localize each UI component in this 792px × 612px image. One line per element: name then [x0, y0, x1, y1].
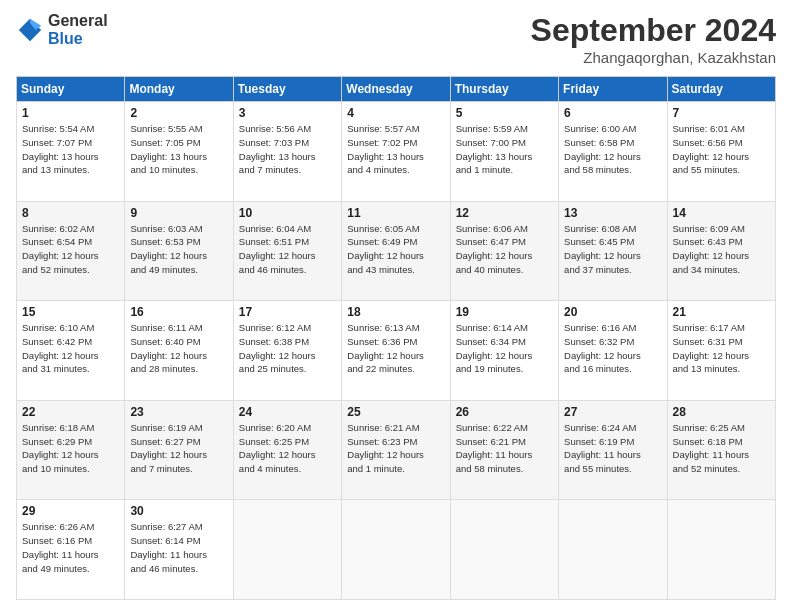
day-info: Sunrise: 6:13 AM Sunset: 6:36 PM Dayligh…	[347, 321, 444, 376]
day-number: 28	[673, 405, 770, 419]
day-info: Sunrise: 6:01 AM Sunset: 6:56 PM Dayligh…	[673, 122, 770, 177]
day-info: Sunrise: 6:20 AM Sunset: 6:25 PM Dayligh…	[239, 421, 336, 476]
day-cell	[559, 500, 667, 600]
day-cell: 22Sunrise: 6:18 AM Sunset: 6:29 PM Dayli…	[17, 400, 125, 500]
day-number: 22	[22, 405, 119, 419]
header: General Blue September 2024 Zhangaqorgha…	[16, 12, 776, 66]
day-cell	[667, 500, 775, 600]
day-number: 1	[22, 106, 119, 120]
day-number: 5	[456, 106, 553, 120]
day-info: Sunrise: 6:06 AM Sunset: 6:47 PM Dayligh…	[456, 222, 553, 277]
day-number: 18	[347, 305, 444, 319]
day-info: Sunrise: 5:55 AM Sunset: 7:05 PM Dayligh…	[130, 122, 227, 177]
day-info: Sunrise: 6:27 AM Sunset: 6:14 PM Dayligh…	[130, 520, 227, 575]
day-cell: 29Sunrise: 6:26 AM Sunset: 6:16 PM Dayli…	[17, 500, 125, 600]
day-info: Sunrise: 6:21 AM Sunset: 6:23 PM Dayligh…	[347, 421, 444, 476]
day-number: 26	[456, 405, 553, 419]
day-info: Sunrise: 6:10 AM Sunset: 6:42 PM Dayligh…	[22, 321, 119, 376]
day-number: 2	[130, 106, 227, 120]
day-number: 14	[673, 206, 770, 220]
day-number: 3	[239, 106, 336, 120]
location: Zhangaqorghan, Kazakhstan	[531, 49, 776, 66]
day-number: 24	[239, 405, 336, 419]
col-header-thursday: Thursday	[450, 77, 558, 102]
day-cell: 23Sunrise: 6:19 AM Sunset: 6:27 PM Dayli…	[125, 400, 233, 500]
day-info: Sunrise: 6:16 AM Sunset: 6:32 PM Dayligh…	[564, 321, 661, 376]
day-cell: 8Sunrise: 6:02 AM Sunset: 6:54 PM Daylig…	[17, 201, 125, 301]
title-area: September 2024 Zhangaqorghan, Kazakhstan	[531, 12, 776, 66]
month-title: September 2024	[531, 12, 776, 49]
day-number: 12	[456, 206, 553, 220]
week-row-2: 15Sunrise: 6:10 AM Sunset: 6:42 PM Dayli…	[17, 301, 776, 401]
day-number: 16	[130, 305, 227, 319]
day-number: 6	[564, 106, 661, 120]
day-number: 7	[673, 106, 770, 120]
day-number: 27	[564, 405, 661, 419]
day-cell: 9Sunrise: 6:03 AM Sunset: 6:53 PM Daylig…	[125, 201, 233, 301]
day-number: 15	[22, 305, 119, 319]
day-number: 17	[239, 305, 336, 319]
day-info: Sunrise: 6:02 AM Sunset: 6:54 PM Dayligh…	[22, 222, 119, 277]
day-cell: 10Sunrise: 6:04 AM Sunset: 6:51 PM Dayli…	[233, 201, 341, 301]
day-number: 10	[239, 206, 336, 220]
day-info: Sunrise: 6:05 AM Sunset: 6:49 PM Dayligh…	[347, 222, 444, 277]
day-info: Sunrise: 6:14 AM Sunset: 6:34 PM Dayligh…	[456, 321, 553, 376]
header-row: SundayMondayTuesdayWednesdayThursdayFrid…	[17, 77, 776, 102]
week-row-0: 1Sunrise: 5:54 AM Sunset: 7:07 PM Daylig…	[17, 102, 776, 202]
day-number: 4	[347, 106, 444, 120]
day-cell: 15Sunrise: 6:10 AM Sunset: 6:42 PM Dayli…	[17, 301, 125, 401]
day-cell: 12Sunrise: 6:06 AM Sunset: 6:47 PM Dayli…	[450, 201, 558, 301]
day-number: 9	[130, 206, 227, 220]
day-info: Sunrise: 6:22 AM Sunset: 6:21 PM Dayligh…	[456, 421, 553, 476]
day-number: 25	[347, 405, 444, 419]
day-cell	[233, 500, 341, 600]
day-info: Sunrise: 6:09 AM Sunset: 6:43 PM Dayligh…	[673, 222, 770, 277]
day-cell: 7Sunrise: 6:01 AM Sunset: 6:56 PM Daylig…	[667, 102, 775, 202]
day-cell: 5Sunrise: 5:59 AM Sunset: 7:00 PM Daylig…	[450, 102, 558, 202]
day-cell: 3Sunrise: 5:56 AM Sunset: 7:03 PM Daylig…	[233, 102, 341, 202]
day-cell	[450, 500, 558, 600]
day-number: 30	[130, 504, 227, 518]
week-row-4: 29Sunrise: 6:26 AM Sunset: 6:16 PM Dayli…	[17, 500, 776, 600]
day-cell: 6Sunrise: 6:00 AM Sunset: 6:58 PM Daylig…	[559, 102, 667, 202]
day-cell: 17Sunrise: 6:12 AM Sunset: 6:38 PM Dayli…	[233, 301, 341, 401]
col-header-tuesday: Tuesday	[233, 77, 341, 102]
day-cell: 30Sunrise: 6:27 AM Sunset: 6:14 PM Dayli…	[125, 500, 233, 600]
day-number: 29	[22, 504, 119, 518]
col-header-sunday: Sunday	[17, 77, 125, 102]
day-cell: 4Sunrise: 5:57 AM Sunset: 7:02 PM Daylig…	[342, 102, 450, 202]
day-info: Sunrise: 6:04 AM Sunset: 6:51 PM Dayligh…	[239, 222, 336, 277]
logo-icon	[16, 16, 44, 44]
week-row-3: 22Sunrise: 6:18 AM Sunset: 6:29 PM Dayli…	[17, 400, 776, 500]
col-header-friday: Friday	[559, 77, 667, 102]
day-number: 13	[564, 206, 661, 220]
col-header-monday: Monday	[125, 77, 233, 102]
day-cell: 11Sunrise: 6:05 AM Sunset: 6:49 PM Dayli…	[342, 201, 450, 301]
logo-text: General Blue	[48, 12, 108, 48]
day-info: Sunrise: 6:17 AM Sunset: 6:31 PM Dayligh…	[673, 321, 770, 376]
day-cell: 26Sunrise: 6:22 AM Sunset: 6:21 PM Dayli…	[450, 400, 558, 500]
day-number: 8	[22, 206, 119, 220]
day-cell: 13Sunrise: 6:08 AM Sunset: 6:45 PM Dayli…	[559, 201, 667, 301]
day-cell: 1Sunrise: 5:54 AM Sunset: 7:07 PM Daylig…	[17, 102, 125, 202]
day-info: Sunrise: 6:18 AM Sunset: 6:29 PM Dayligh…	[22, 421, 119, 476]
day-info: Sunrise: 6:12 AM Sunset: 6:38 PM Dayligh…	[239, 321, 336, 376]
day-number: 19	[456, 305, 553, 319]
day-cell: 28Sunrise: 6:25 AM Sunset: 6:18 PM Dayli…	[667, 400, 775, 500]
day-info: Sunrise: 5:56 AM Sunset: 7:03 PM Dayligh…	[239, 122, 336, 177]
day-info: Sunrise: 6:25 AM Sunset: 6:18 PM Dayligh…	[673, 421, 770, 476]
day-cell: 21Sunrise: 6:17 AM Sunset: 6:31 PM Dayli…	[667, 301, 775, 401]
day-info: Sunrise: 6:00 AM Sunset: 6:58 PM Dayligh…	[564, 122, 661, 177]
day-info: Sunrise: 5:54 AM Sunset: 7:07 PM Dayligh…	[22, 122, 119, 177]
day-number: 23	[130, 405, 227, 419]
day-info: Sunrise: 5:59 AM Sunset: 7:00 PM Dayligh…	[456, 122, 553, 177]
day-cell: 27Sunrise: 6:24 AM Sunset: 6:19 PM Dayli…	[559, 400, 667, 500]
day-cell: 20Sunrise: 6:16 AM Sunset: 6:32 PM Dayli…	[559, 301, 667, 401]
day-info: Sunrise: 6:24 AM Sunset: 6:19 PM Dayligh…	[564, 421, 661, 476]
day-info: Sunrise: 6:03 AM Sunset: 6:53 PM Dayligh…	[130, 222, 227, 277]
day-number: 21	[673, 305, 770, 319]
logo: General Blue	[16, 12, 108, 48]
day-info: Sunrise: 5:57 AM Sunset: 7:02 PM Dayligh…	[347, 122, 444, 177]
day-number: 20	[564, 305, 661, 319]
day-number: 11	[347, 206, 444, 220]
